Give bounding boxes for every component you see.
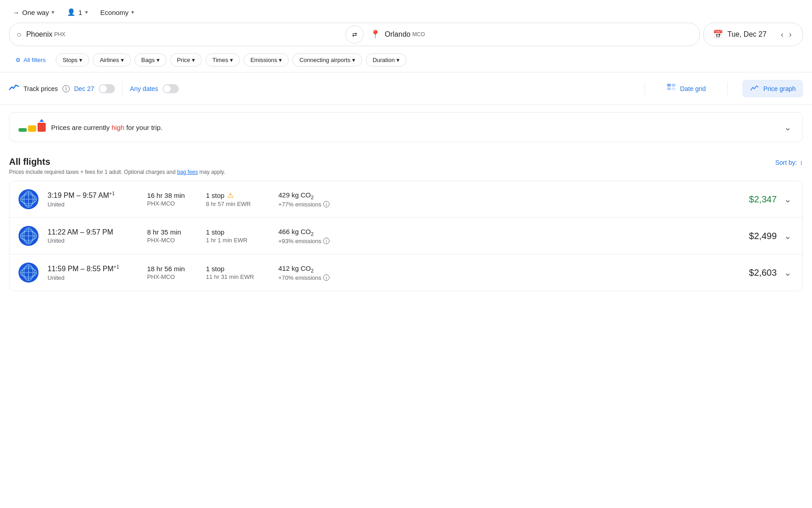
calendar-icon: 📅 <box>713 29 723 39</box>
day-superscript: +1 <box>109 191 115 196</box>
flight-times: 11:59 PM – 8:55 PM+1 United <box>48 264 147 281</box>
flight-row[interactable]: 11:59 PM – 8:55 PM+1 United 18 hr 56 min… <box>10 254 802 291</box>
emissions-info-icon[interactable]: i <box>323 274 330 281</box>
flight-airline: United <box>48 237 147 244</box>
stops-detail: 11 hr 31 min EWR <box>206 273 278 280</box>
origin-field[interactable]: ○ Phoenix PHX <box>10 23 346 46</box>
svg-point-4 <box>750 84 759 92</box>
flight-time-range: 11:59 PM – 8:55 PM+1 <box>48 264 147 273</box>
airlines-chevron: ▾ <box>121 57 124 63</box>
graph-divider <box>727 82 728 96</box>
bags-filter-button[interactable]: Bags ▾ <box>134 53 167 67</box>
all-flights-title: All flights <box>9 157 50 167</box>
track-prices-bar: Track prices i Dec 27 Any dates D <box>0 72 812 105</box>
date-next-button[interactable]: › <box>787 28 793 41</box>
duration-filter-button[interactable]: Duration ▾ <box>366 53 406 67</box>
emissions-info-icon[interactable]: i <box>323 201 330 207</box>
flight-emissions: 412 kg CO2 +70% emissions i <box>278 264 360 281</box>
date-field[interactable]: 📅 Tue, Dec 27 ‹ › <box>703 23 803 46</box>
any-dates-slider <box>162 84 179 93</box>
passengers-button[interactable]: 👤 1 ▾ <box>63 5 91 19</box>
stops-chevron: ▾ <box>79 57 82 63</box>
svg-rect-2 <box>667 87 671 90</box>
price-alert-banner[interactable]: Prices are currently high for your trip.… <box>9 112 803 142</box>
duration-chevron: ▾ <box>396 57 400 63</box>
flight-expand-button[interactable]: ⌄ <box>782 229 793 243</box>
duration-route: PHX-MCO <box>147 237 206 244</box>
stops-label: 1 stop <box>206 228 278 236</box>
svg-rect-1 <box>672 84 675 86</box>
track-divider <box>122 82 123 96</box>
track-prices-info-icon[interactable]: i <box>62 85 70 92</box>
flight-airline: United <box>48 201 147 208</box>
duration-route: PHX-MCO <box>147 200 206 207</box>
flight-expand-button[interactable]: ⌄ <box>782 192 793 206</box>
chevron-down-icon: ⌄ <box>784 194 792 204</box>
price-label: Price <box>177 57 191 63</box>
origin-code-text: PHX <box>54 31 66 38</box>
destination-text: Orlando <box>385 30 411 38</box>
flight-time-range: 11:22 AM – 9:57 PM <box>48 228 147 236</box>
emissions-filter-button[interactable]: Emissions ▾ <box>244 53 289 67</box>
connecting-airports-filter-button[interactable]: Connecting airports ▾ <box>292 53 362 67</box>
flight-price: $2,499 <box>360 231 777 241</box>
sort-button[interactable]: Sort by: ↕ <box>775 159 803 166</box>
trip-type-button[interactable]: → One way ▾ <box>9 6 58 19</box>
trip-type-label: One way <box>22 9 49 16</box>
flight-emissions: 466 kg CO2 +93% emissions i <box>278 228 360 244</box>
bag-fees-link[interactable]: bag fees <box>177 169 198 175</box>
chevron-down-icon: ⌄ <box>784 122 792 132</box>
price-amount: $2,347 <box>749 194 777 204</box>
price-graph-button[interactable]: Price graph <box>742 80 803 97</box>
track-prices-left: Track prices i Dec 27 <box>9 83 115 94</box>
all-flights-section: All flights Sort by: ↕ Prices include re… <box>0 149 812 291</box>
connecting-airports-chevron: ▾ <box>352 57 355 63</box>
flight-expand-button[interactable]: ⌄ <box>782 265 793 280</box>
flight-row[interactable]: 3:19 PM – 9:57 AM+1 United 16 hr 38 min … <box>10 181 802 218</box>
price-chevron: ▾ <box>192 57 195 63</box>
sort-icon: ↕ <box>800 159 803 166</box>
date-prev-button[interactable]: ‹ <box>779 28 785 41</box>
price-alert-expand-button[interactable]: ⌄ <box>782 120 793 134</box>
chevron-down-icon: ⌄ <box>784 268 792 278</box>
date-grid-button[interactable]: Date grid <box>659 80 713 97</box>
track-prices-icon <box>9 83 19 94</box>
flight-times: 3:19 PM – 9:57 AM+1 United <box>48 191 147 207</box>
origin-text: Phoenix <box>26 30 53 38</box>
filters-bar: ⚙ All filters Stops ▾ Airlines ▾ Bags ▾ … <box>0 52 812 72</box>
emissions-kg: 466 kg CO2 <box>278 228 360 237</box>
all-filters-button[interactable]: ⚙ All filters <box>9 54 52 66</box>
subtitle-end: may apply. <box>198 169 225 175</box>
times-filter-button[interactable]: Times ▾ <box>205 53 240 67</box>
price-alert-text: Prices are currently high for your trip. <box>51 124 162 131</box>
duration-label: Duration <box>373 57 395 63</box>
swap-button[interactable]: ⇄ <box>345 25 363 43</box>
emissions-info-icon[interactable]: i <box>323 238 330 244</box>
price-filter-button[interactable]: Price ▾ <box>170 53 202 67</box>
duration-route: PHX-MCO <box>147 273 206 280</box>
cabin-button[interactable]: Economy ▾ <box>97 6 138 19</box>
toggle-slider <box>99 84 115 93</box>
swap-icon: ⇄ <box>352 31 357 38</box>
flight-emissions: 429 kg CO2 +77% emissions i <box>278 191 360 208</box>
price-graph-icon <box>750 83 759 94</box>
duration-time: 8 hr 35 min <box>147 228 206 236</box>
all-flights-header: All flights Sort by: ↕ <box>9 157 803 167</box>
flight-row[interactable]: 11:22 AM – 9:57 PM United 8 hr 35 min PH… <box>10 218 802 254</box>
airlines-label: Airlines <box>100 57 119 63</box>
any-dates-toggle[interactable] <box>162 84 179 93</box>
destination-field[interactable]: 📍 Orlando MCO <box>363 23 699 46</box>
flight-duration: 8 hr 35 min PHX-MCO <box>147 228 206 244</box>
any-dates-label[interactable]: Any dates <box>130 85 158 92</box>
track-prices-date[interactable]: Dec 27 <box>74 85 94 92</box>
top-bar: → One way ▾ 👤 1 ▾ Economy ▾ <box>0 0 812 23</box>
emissions-pct: +77% emissions i <box>278 201 360 208</box>
flight-airline: United <box>48 274 147 281</box>
track-prices-toggle[interactable] <box>99 84 115 93</box>
flight-list: 3:19 PM – 9:57 AM+1 United 16 hr 38 min … <box>9 181 803 291</box>
airlines-filter-button[interactable]: Airlines ▾ <box>93 53 131 67</box>
price-amount: $2,603 <box>749 268 777 278</box>
person-icon: 👤 <box>67 8 76 16</box>
stops-filter-button[interactable]: Stops ▾ <box>56 53 89 67</box>
flight-stops: 1 stop 11 hr 31 min EWR <box>206 265 278 280</box>
